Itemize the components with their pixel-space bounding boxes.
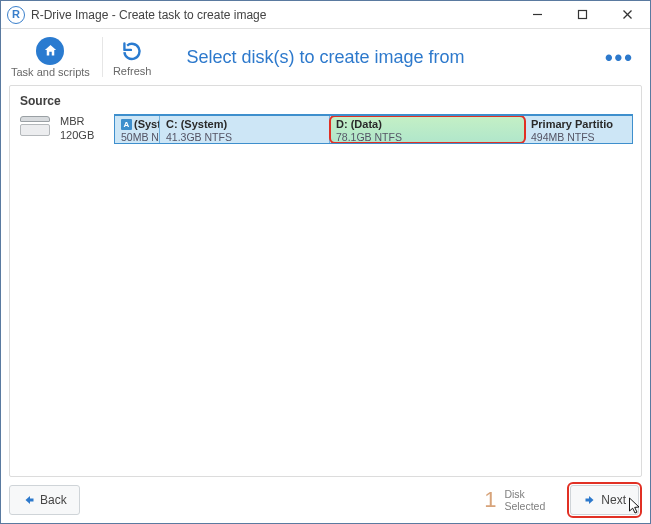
page-title: Select disk(s) to create image from (1, 47, 650, 68)
partition-p0[interactable]: A(Syst50MB NT (115, 116, 160, 143)
home-icon (36, 37, 64, 65)
status-selected: 1 Disk Selected (474, 485, 557, 515)
partition-flag-icon: A (121, 119, 132, 130)
main-panel: Source MBR 120GB A(Syst50MB NTC: (System… (9, 85, 642, 477)
partition-name: Primary Partitio (531, 118, 614, 131)
cursor-icon (628, 497, 641, 519)
status-text: Disk Selected (504, 488, 545, 512)
partition-name: A(Syst (121, 118, 153, 131)
window-title: R-Drive Image - Create task to create im… (31, 8, 266, 22)
app-icon: R (7, 6, 25, 24)
more-button[interactable]: ••• (599, 50, 640, 65)
source-section-label: Source (20, 94, 633, 108)
toolbar: Task and scripts Refresh Select disk(s) … (1, 29, 650, 81)
back-button[interactable]: Back (9, 485, 80, 515)
partition-name: D: (Data) (336, 118, 518, 131)
partition-p1[interactable]: C: (System)41.3GB NTFS (160, 116, 330, 143)
refresh-button[interactable]: Refresh (113, 38, 152, 77)
disk-size: 120GB (60, 128, 114, 142)
arrow-left-icon (22, 494, 36, 506)
back-label: Back (40, 493, 67, 507)
partition-strip: A(Syst50MB NTC: (System)41.3GB NTFSD: (D… (114, 114, 633, 144)
toolbar-divider (102, 37, 103, 77)
tasks-label: Task and scripts (11, 66, 90, 78)
arrow-right-icon (583, 494, 597, 506)
refresh-label: Refresh (113, 65, 152, 77)
partition-p3[interactable]: Primary Partitio494MB NTFS (525, 116, 620, 143)
maximize-button[interactable] (560, 1, 605, 29)
next-label: Next (601, 493, 626, 507)
refresh-icon (119, 38, 145, 64)
app-icon-letter: R (12, 9, 20, 20)
status-count: 1 (484, 489, 496, 511)
partition-subtext: 494MB NTFS (531, 131, 614, 143)
titlebar: R R-Drive Image - Create task to create … (1, 1, 650, 29)
tasks-and-scripts-button[interactable]: Task and scripts (11, 37, 90, 78)
partition-name: C: (System) (166, 118, 323, 131)
disk-type: MBR (60, 114, 114, 128)
close-button[interactable] (605, 1, 650, 29)
partition-subtext: 78.1GB NTFS (336, 131, 518, 143)
partition-p2[interactable]: D: (Data)78.1GB NTFS (330, 116, 525, 143)
minimize-button[interactable] (515, 1, 560, 29)
partition-subtext: 50MB NT (121, 131, 153, 143)
footer: Back 1 Disk Selected Next (9, 483, 642, 517)
partition-subtext: 41.3GB NTFS (166, 131, 323, 143)
disk-row: MBR 120GB A(Syst50MB NTC: (System)41.3GB… (18, 114, 633, 144)
disk-info: MBR 120GB (60, 114, 114, 143)
svg-rect-1 (579, 11, 587, 19)
window-controls (515, 1, 650, 29)
disk-icon (20, 116, 52, 138)
